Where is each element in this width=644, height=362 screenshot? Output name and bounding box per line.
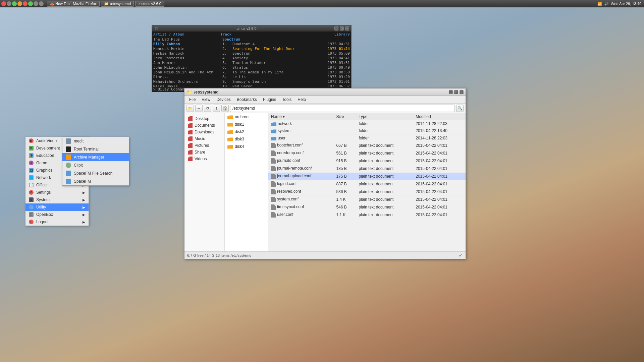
submenu-spacefm-label: SpaceFM [74,179,91,184]
ctx-utility[interactable]: 🔧 Utility ▶ [25,203,89,211]
education-icon: 🎓 [29,153,34,158]
cmus-close-btn[interactable]: × [345,26,349,31]
cmus-artist-hancock-h[interactable]: Hancock Herbie [153,47,219,51]
table-row[interactable]: coredump.conf 561 B plain text document … [268,149,466,157]
fm-sidebar-desktop[interactable]: Desktop [184,115,224,122]
fm-min-btn[interactable]: _ [449,90,453,94]
file-name-cell: resolved.conf [268,188,333,195]
fm-device-disk4[interactable]: disk4 [225,143,268,150]
cmus-artist-herbie[interactable]: Herbie Hancock [153,51,219,56]
fm-menu-help[interactable]: Help [295,97,309,103]
table-row[interactable]: bootchart.conf 667 B plain text document… [268,141,466,149]
table-row[interactable]: journal-upload.conf 175 B plain text doc… [268,172,466,180]
fm-max-btn[interactable]: □ [454,90,458,94]
fm-address-bar[interactable]: /etc/systemd [230,105,455,112]
submenu-spacefm-search-label: SpaceFM File Search [74,171,112,176]
fm-menu-tools[interactable]: Tools [279,97,294,103]
utility-arrow-icon: ▶ [83,205,85,209]
ctx-settings[interactable]: ⚙ Settings ▶ [25,189,89,196]
cmus-artist-john4th[interactable]: John McLaughlin And The 4th Dime... [153,70,219,79]
fm-menu-bookmarks[interactable]: Bookmarks [234,97,260,103]
ctx-system[interactable]: 🖥 System ▶ [25,196,89,203]
cmus-min-btn[interactable]: _ [334,26,338,31]
fm-sidebar-music[interactable]: Music [184,135,224,142]
fm-home-btn[interactable]: 🏠 [221,105,229,112]
fm-device-archroot[interactable]: archroot [225,113,268,121]
cmus-track-9[interactable]: 9.Snoopy's Search1973 01:01 [222,79,350,84]
taskbar-fm-btn[interactable]: 📁 /etc/systemd [101,1,134,7]
disk4-icon [227,144,233,149]
submenu-clipit[interactable]: Clipit [62,161,129,169]
table-row[interactable]: logind.conf 887 B plain text document 20… [268,180,466,188]
cmus-artist-mahavishnu[interactable]: Mahavishnu Orchestra [153,79,219,84]
downloads-sidebar-icon [188,130,193,134]
fm-up-btn[interactable]: ↑ [213,105,220,112]
cmus-window: 🎵 cmus v2.6.0 _ □ × Artist / Album Track… [152,25,352,92]
file-size-cell: 185 B [333,165,356,172]
fm-device-disk1[interactable]: disk1 [225,121,268,128]
table-row[interactable]: timesyncd.conf 546 B plain text document… [268,203,466,211]
file-modified-cell: 2014-11-28 22:03 [413,134,466,141]
fm-main-panels: archroot disk1 disk2 disk3 disk4 [225,113,466,251]
fm-device-disk3[interactable]: disk3 [225,135,268,143]
cmus-artist-bad-plus[interactable]: The Bad Plus [153,37,219,42]
cmus-artist-john[interactable]: John McLaughlin [153,65,219,70]
ctx-openbox[interactable]: □ OpenBox ▶ [25,211,89,218]
fm-menu-view[interactable]: View [199,97,213,103]
submenu-medit[interactable]: medit [62,137,129,145]
table-row[interactable]: user folder 2014-11-28 22:03 [268,134,466,141]
cmus-max-btn[interactable]: □ [340,26,344,31]
file-name-cell: network [268,120,333,127]
fm-sidebar-share[interactable]: Share [184,149,224,156]
submenu-root-terminal[interactable]: Root Terminal [62,145,129,153]
table-row[interactable]: resolved.conf 536 B plain text document … [268,188,466,195]
cmus-artist-billy[interactable]: Billy Cobham [153,42,219,47]
taskbar-firefox-btn[interactable]: 🦊 New Tab - Mozilla Firefox [47,1,100,7]
cmus-artist-miles[interactable]: Miles Davis [153,84,219,87]
fm-device-archroot-label: archroot [235,115,250,119]
fm-close-btn[interactable]: × [460,90,464,94]
file-row-icon [271,143,276,148]
fm-col-size[interactable]: Size [333,113,356,120]
table-row[interactable]: system folder 2015-04-22 13:40 [268,127,466,134]
cmus-track-1[interactable]: 1.Quadrant 41973 04:31 [222,42,350,47]
cmus-track-6[interactable]: 6.Stratus1973 09:49 [222,65,350,70]
ctx-audiovideo-label: AudioVideo [36,138,57,143]
cmus-track-8[interactable]: 8.Le Lis1973 03:20 [222,75,350,79]
submenu-spacefm-search[interactable]: SpaceFM File Search [62,169,129,177]
fm-search-btn[interactable]: 🔍 [456,105,464,112]
cmus-track-2[interactable]: 2.Searching For The Right Door1973 01:24 [222,47,350,51]
table-row[interactable]: network folder 2014-11-28 22:03 [268,120,466,127]
fm-sidebar-videos[interactable]: Videos [184,156,224,162]
fm-col-modified[interactable]: Modified [413,113,466,120]
fm-sidebar-pictures[interactable]: Pictures [184,142,224,149]
cmus-track-10[interactable]: 10.Red Baron1973 06:37 [222,84,350,87]
cmus-track-5[interactable]: 5.Taurian Matador1973 03:51 [222,61,350,65]
table-row[interactable]: system.conf 1.4 K plain text document 20… [268,195,466,203]
ctx-logout[interactable]: ↩ Logout ▶ [25,218,89,226]
cmus-track-7[interactable]: 7.To The Women In My Life1973 08:50 [222,70,350,75]
fm-menu-devices[interactable]: Devices [214,97,233,103]
cmus-artist-jaco[interactable]: Jaco Pastorius [153,56,219,61]
file-row-icon [271,174,276,179]
fm-sidebar-downloads[interactable]: Downloads [184,129,224,135]
table-row[interactable]: journald.conf 915 B plain text document … [268,157,466,165]
submenu-archive-manager[interactable]: Archive Manager [62,153,129,161]
fm-menu-file[interactable]: File [186,97,198,103]
fm-menu-plugins[interactable]: Plugins [260,97,279,103]
fm-col-name[interactable]: Name ▾ [268,113,333,120]
cmus-track-3[interactable]: 3.Spectrum1973 05:09 [222,51,350,56]
taskbar-cmus-btn[interactable]: ♪ cmus v2.6.0 [135,1,164,7]
fm-device-disk2[interactable]: disk2 [225,128,268,135]
cmus-artist-jan[interactable]: Jan Hammer [153,61,219,65]
submenu-spacefm[interactable]: SpaceFM [62,177,129,185]
fm-reload-btn[interactable]: ↻ [204,105,211,112]
fm-back-btn[interactable]: ← [195,105,203,112]
file-modified-cell: 2015-04-22 04:01 [413,149,466,157]
table-row[interactable]: journal-remote.conf 185 B plain text doc… [268,165,466,172]
fm-sidebar-documents[interactable]: Documents [184,122,224,129]
cmus-track-4[interactable]: 4.Anxiety1973 04:41 [222,56,350,61]
table-row[interactable]: user.conf 1.1 K plain text document 2015… [268,211,466,219]
fm-icon-btn[interactable]: 📁 [186,105,194,112]
fm-col-type[interactable]: Type [356,113,413,120]
